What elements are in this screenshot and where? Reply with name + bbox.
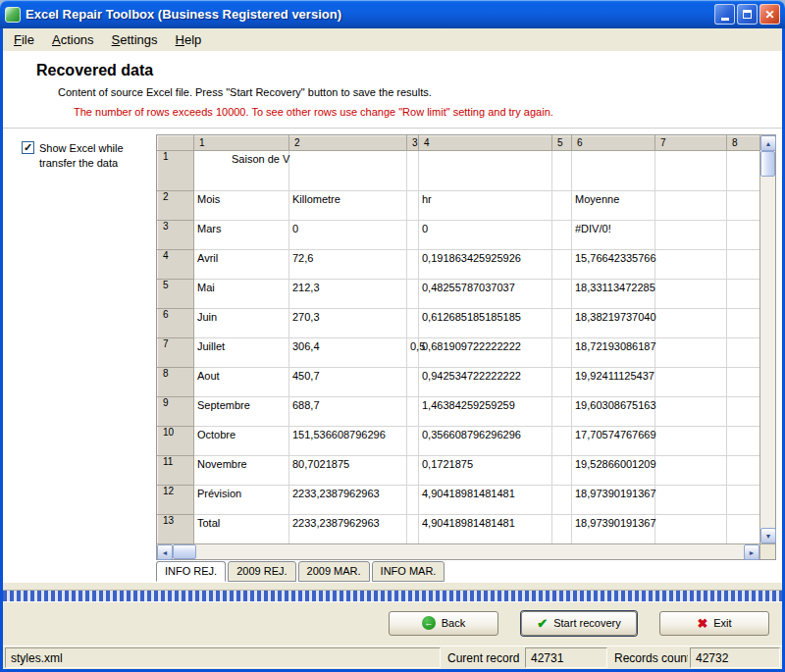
grid-cell[interactable]: 72,6 bbox=[289, 250, 407, 280]
grid-cell[interactable] bbox=[655, 250, 727, 280]
grid-cell[interactable]: 19,60308675163 bbox=[572, 397, 655, 427]
grid-cell[interactable] bbox=[407, 280, 419, 309]
vertical-scroll-thumb[interactable] bbox=[760, 151, 775, 177]
grid-cell[interactable]: Mai bbox=[194, 280, 289, 309]
grid-cell[interactable]: 270,3 bbox=[289, 309, 407, 338]
grid-cell[interactable]: 0,612685185185185 bbox=[419, 309, 552, 338]
tab-info-mar[interactable]: INFO MAR. bbox=[372, 561, 445, 582]
grid-cell[interactable] bbox=[407, 456, 419, 486]
row-header-13[interactable]: 13 bbox=[158, 515, 194, 544]
grid-cell[interactable] bbox=[407, 309, 419, 338]
row-header-4[interactable]: 4 bbox=[158, 250, 194, 280]
grid-cell[interactable] bbox=[552, 397, 572, 427]
grid-cell[interactable] bbox=[655, 397, 727, 427]
row-header-9[interactable]: 9 bbox=[158, 397, 194, 427]
grid-cell[interactable]: 18,72193086187 bbox=[572, 338, 655, 368]
back-button[interactable]: ← Back bbox=[389, 611, 498, 636]
grid-cell[interactable] bbox=[407, 427, 419, 456]
grid-cell[interactable]: Mars bbox=[194, 221, 289, 250]
maximize-button[interactable] bbox=[737, 4, 758, 25]
grid-cell[interactable] bbox=[727, 397, 760, 427]
grid-cell[interactable]: 15,76642335766 bbox=[572, 250, 655, 280]
grid-cell[interactable] bbox=[552, 151, 572, 191]
grid-cell[interactable] bbox=[552, 280, 572, 309]
grid-cell[interactable]: 151,536608796296 bbox=[289, 427, 407, 456]
grid-cell[interactable] bbox=[727, 309, 760, 338]
column-header-5[interactable]: 5 bbox=[552, 136, 572, 151]
tab-info-rej[interactable]: INFO REJ. bbox=[156, 561, 226, 582]
grid-cell[interactable] bbox=[407, 368, 419, 397]
grid-cell[interactable]: hr bbox=[419, 191, 552, 221]
grid-cell[interactable] bbox=[655, 427, 727, 456]
column-header-3[interactable]: 3 bbox=[407, 136, 419, 151]
row-header-1[interactable]: 1 bbox=[158, 151, 194, 191]
grid-cell[interactable] bbox=[407, 250, 419, 280]
grid-cell[interactable] bbox=[419, 151, 552, 191]
grid-cell[interactable] bbox=[655, 368, 727, 397]
grid-cell[interactable] bbox=[552, 191, 572, 221]
grid-cell[interactable]: #DIV/0! bbox=[572, 221, 655, 250]
grid-cell[interactable] bbox=[552, 456, 572, 486]
grid-cell[interactable] bbox=[655, 486, 727, 515]
grid-cell[interactable] bbox=[727, 280, 760, 309]
row-header-2[interactable]: 2 bbox=[158, 191, 194, 221]
grid-cell[interactable] bbox=[572, 151, 655, 191]
grid-cell[interactable] bbox=[655, 338, 727, 368]
grid-cell[interactable]: Novembre bbox=[194, 456, 289, 486]
row-header-12[interactable]: 12 bbox=[158, 486, 194, 515]
horizontal-scroll-thumb[interactable] bbox=[173, 544, 196, 559]
grid-cell[interactable]: 17,70574767669 bbox=[572, 427, 655, 456]
grid-cell[interactable] bbox=[407, 486, 419, 515]
grid-cell[interactable] bbox=[407, 221, 419, 250]
horizontal-scroll-track[interactable] bbox=[196, 544, 744, 559]
row-header-11[interactable]: 11 bbox=[158, 456, 194, 486]
grid-cell[interactable] bbox=[727, 456, 760, 486]
grid-cell[interactable]: 2233,2387962963 bbox=[289, 486, 407, 515]
grid-cell[interactable]: 0,356608796296296 bbox=[419, 427, 552, 456]
grid-cell[interactable] bbox=[552, 515, 572, 544]
grid-cell[interactable] bbox=[552, 309, 572, 338]
row-header-6[interactable]: 6 bbox=[158, 309, 194, 338]
grid-cell[interactable]: Mois bbox=[194, 191, 289, 221]
grid-cell[interactable] bbox=[655, 221, 727, 250]
grid-cell[interactable]: 19,52866001209 bbox=[572, 456, 655, 486]
grid-cell[interactable]: Octobre bbox=[194, 427, 289, 456]
grid-cell[interactable]: Moyenne bbox=[572, 191, 655, 221]
grid-cell[interactable] bbox=[552, 338, 572, 368]
grid-cell[interactable] bbox=[727, 221, 760, 250]
grid-cell[interactable]: 0,681909722222222 bbox=[419, 338, 552, 368]
grid-cell[interactable]: 0,191863425925926 bbox=[419, 250, 552, 280]
close-button[interactable]: ✕ bbox=[759, 4, 780, 25]
grid-cell[interactable]: 0,48255787037037 bbox=[419, 280, 552, 309]
grid-cell[interactable] bbox=[552, 221, 572, 250]
grid-cell[interactable]: Saison de V bbox=[194, 151, 289, 191]
start-recovery-button[interactable]: ✔ Start recovery bbox=[521, 611, 637, 636]
grid-cell[interactable] bbox=[655, 309, 727, 338]
grid-cell[interactable]: 0 bbox=[419, 221, 552, 250]
grid-cell[interactable] bbox=[552, 250, 572, 280]
grid-cell[interactable] bbox=[655, 280, 727, 309]
grid-cell[interactable]: 19,92411125437 bbox=[572, 368, 655, 397]
tab-2009-mar[interactable]: 2009 MAR. bbox=[298, 561, 370, 582]
grid-cell[interactable]: Septembre bbox=[194, 397, 289, 427]
grid-cell[interactable] bbox=[552, 427, 572, 456]
grid-cell[interactable]: 0 bbox=[289, 221, 407, 250]
grid-cell[interactable] bbox=[727, 427, 760, 456]
grid-cell[interactable] bbox=[655, 515, 727, 544]
grid-cell[interactable]: 0,5 bbox=[407, 338, 419, 368]
scroll-up-button[interactable]: ▲ bbox=[760, 135, 776, 151]
grid-cell[interactable]: 4,90418981481481 bbox=[419, 515, 552, 544]
row-header-3[interactable]: 3 bbox=[158, 221, 194, 250]
grid-cell[interactable]: 18,97390191367 bbox=[572, 486, 655, 515]
grid-cell[interactable] bbox=[407, 151, 419, 191]
column-header-8[interactable]: 8 bbox=[727, 136, 760, 151]
grid-cell[interactable]: Juillet bbox=[194, 338, 289, 368]
grid-cell[interactable]: 4,90418981481481 bbox=[419, 486, 552, 515]
grid-cell[interactable]: 18,97390191367 bbox=[572, 515, 655, 544]
exit-button[interactable]: ✖ Exit bbox=[659, 611, 769, 636]
row-header-7[interactable]: 7 bbox=[158, 338, 194, 368]
column-header-6[interactable]: 6 bbox=[572, 136, 655, 151]
grid-cell[interactable] bbox=[727, 486, 760, 515]
grid-cell[interactable]: 212,3 bbox=[289, 280, 407, 309]
grid-cell[interactable] bbox=[655, 456, 727, 486]
